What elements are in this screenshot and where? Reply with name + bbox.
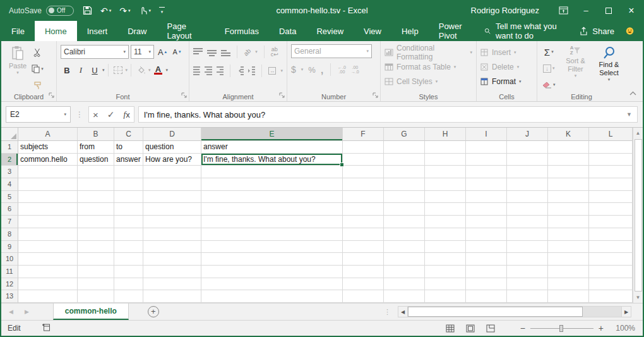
cancel-entry-button[interactable]: ×: [93, 109, 98, 120]
cell-H7[interactable]: [425, 216, 466, 228]
cell-F1[interactable]: [343, 141, 384, 154]
fill-button[interactable]: ↓ ▾: [541, 61, 557, 75]
copy-button[interactable]: ▾: [30, 62, 45, 76]
cell-J3[interactable]: [507, 166, 548, 178]
cell-C1[interactable]: to: [114, 141, 143, 154]
cell-C12[interactable]: [114, 278, 143, 291]
horizontal-scroll-track[interactable]: [408, 306, 621, 317]
currency-format-icon[interactable]: $: [291, 64, 296, 75]
cell-B8[interactable]: [78, 228, 114, 241]
enter-entry-button[interactable]: ✓: [107, 109, 115, 119]
fill-color-dropdown-caret[interactable]: ▾: [148, 68, 151, 73]
collapse-ribbon-button[interactable]: [629, 89, 636, 97]
cell-K8[interactable]: [548, 228, 589, 241]
customize-quick-access-button[interactable]: ▾: [159, 7, 165, 15]
cell-F3[interactable]: [343, 166, 384, 178]
minimize-button[interactable]: –: [575, 0, 597, 21]
cell-J8[interactable]: [507, 228, 548, 241]
cell-K13[interactable]: [548, 290, 589, 303]
autosave-toggle[interactable]: Off: [46, 6, 74, 16]
top-align-icon[interactable]: [193, 48, 203, 56]
cell-H6[interactable]: [425, 203, 466, 216]
tab-formulas[interactable]: Formulas: [215, 21, 269, 41]
cell-A1[interactable]: subjects: [18, 141, 78, 154]
italic-button[interactable]: I: [75, 63, 87, 77]
cell-C10[interactable]: [114, 253, 143, 266]
cell-E11[interactable]: [201, 266, 343, 278]
cell-H5[interactable]: [425, 191, 466, 204]
cell-J9[interactable]: [507, 241, 548, 254]
cell-A4[interactable]: [18, 178, 78, 191]
cell-D10[interactable]: [143, 253, 201, 266]
cell-F8[interactable]: [343, 228, 384, 241]
cell-E9[interactable]: [201, 241, 343, 254]
cell-D1[interactable]: question: [143, 141, 201, 154]
align-left-icon[interactable]: [193, 66, 200, 75]
cell-D13[interactable]: [143, 290, 201, 303]
cell-K10[interactable]: [548, 253, 589, 266]
undo-button[interactable]: ↶ ▾: [100, 6, 111, 15]
cell-L2[interactable]: [589, 154, 633, 166]
middle-align-icon[interactable]: [207, 48, 217, 56]
cell-F11[interactable]: [343, 266, 384, 278]
cell-G7[interactable]: [384, 216, 425, 228]
undo-dropdown-caret[interactable]: ▾: [109, 8, 112, 13]
cell-K9[interactable]: [548, 241, 589, 254]
cell-J7[interactable]: [507, 216, 548, 228]
cell-G9[interactable]: [384, 241, 425, 254]
conditional-formatting-button[interactable]: Conditional Formatting ▾: [385, 46, 472, 59]
cell-B1[interactable]: from: [78, 141, 114, 154]
new-sheet-button[interactable]: +: [148, 306, 159, 317]
cell-G10[interactable]: [384, 253, 425, 266]
maximize-button[interactable]: [597, 0, 620, 21]
row-header-12[interactable]: 12: [1, 278, 18, 291]
cell-J1[interactable]: [507, 141, 548, 154]
decrease-font-size-button[interactable]: A▾: [170, 45, 183, 59]
cell-F2[interactable]: [343, 154, 384, 166]
sort-filter-button[interactable]: AZ Sort & Filter ▾: [559, 44, 592, 80]
cell-I9[interactable]: [466, 241, 507, 254]
cell-H13[interactable]: [425, 290, 466, 303]
cell-C13[interactable]: [114, 290, 143, 303]
increase-font-size-button[interactable]: A▴: [156, 45, 169, 59]
borders-button[interactable]: [112, 63, 124, 77]
borders-dropdown-caret[interactable]: ▾: [126, 68, 128, 73]
column-header-K[interactable]: K: [548, 128, 589, 141]
cell-I2[interactable]: [466, 154, 507, 166]
cell-I12[interactable]: [466, 278, 507, 291]
cell-H11[interactable]: [425, 266, 466, 278]
column-header-H[interactable]: H: [425, 128, 466, 141]
column-header-D[interactable]: D: [143, 128, 201, 141]
cell-A5[interactable]: [18, 191, 78, 204]
tab-file[interactable]: File: [1, 21, 35, 41]
merge-center-icon[interactable]: ↔: [268, 67, 277, 75]
cell-J10[interactable]: [507, 253, 548, 266]
alignment-dialog-launcher[interactable]: [279, 91, 285, 100]
align-right-icon[interactable]: [217, 66, 224, 75]
cell-A10[interactable]: [18, 253, 78, 266]
page-layout-view-icon[interactable]: [466, 324, 475, 333]
cell-F9[interactable]: [343, 241, 384, 254]
cut-button[interactable]: [30, 46, 45, 59]
cell-C2[interactable]: answer: [114, 154, 143, 166]
zoom-level[interactable]: 100%: [614, 324, 635, 333]
cell-G2[interactable]: [384, 154, 425, 166]
cell-J11[interactable]: [507, 266, 548, 278]
cell-C4[interactable]: [114, 178, 143, 191]
touch-mouse-mode-button[interactable]: ▾: [139, 6, 152, 15]
cell-F5[interactable]: [343, 191, 384, 204]
cell-I1[interactable]: [466, 141, 507, 154]
cell-L5[interactable]: [589, 191, 633, 204]
merge-center-dropdown-caret[interactable]: ▾: [280, 68, 283, 73]
cell-C11[interactable]: [114, 266, 143, 278]
tab-home[interactable]: Home: [35, 21, 77, 41]
row-header-2[interactable]: 2: [1, 154, 18, 166]
format-as-table-button[interactable]: Format as Table ▾: [385, 60, 472, 73]
cell-I11[interactable]: [466, 266, 507, 278]
row-header-4[interactable]: 4: [1, 178, 18, 191]
zoom-in-button[interactable]: +: [599, 323, 604, 333]
cell-C7[interactable]: [114, 216, 143, 228]
decrease-indent-icon[interactable]: [237, 66, 244, 75]
cell-B5[interactable]: [78, 191, 114, 204]
formula-bar-divider[interactable]: ⋮: [76, 110, 83, 119]
